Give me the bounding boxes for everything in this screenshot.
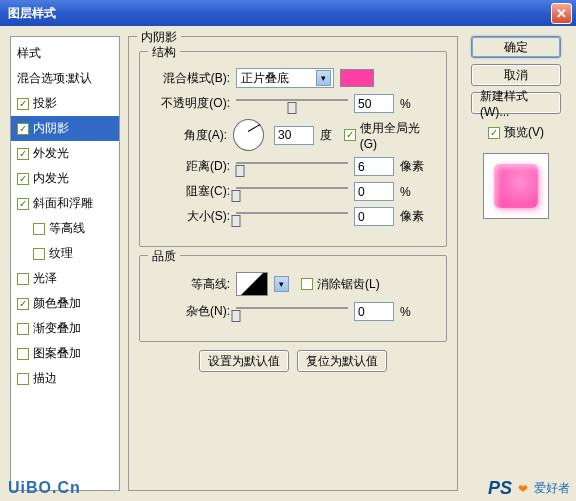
noise-unit: %	[400, 305, 434, 319]
style-label: 等高线	[49, 220, 85, 237]
style-label: 内发光	[33, 170, 69, 187]
style-label: 光泽	[33, 270, 57, 287]
preview-swatch	[494, 164, 538, 208]
choke-unit: %	[400, 185, 434, 199]
choke-slider[interactable]	[236, 184, 348, 200]
distance-slider[interactable]	[236, 159, 348, 175]
style-item-渐变叠加[interactable]: ✓渐变叠加	[11, 316, 119, 341]
new-style-button[interactable]: 新建样式(W)...	[471, 92, 561, 114]
style-checkbox[interactable]: ✓	[17, 173, 29, 185]
heart-icon: ❤	[518, 482, 528, 496]
style-item-颜色叠加[interactable]: ✓颜色叠加	[11, 291, 119, 316]
style-item-斜面和浮雕[interactable]: ✓斜面和浮雕	[11, 191, 119, 216]
style-checkbox[interactable]: ✓	[33, 248, 45, 260]
size-unit: 像素	[400, 208, 434, 225]
watermark-url: UiBO.Cn	[8, 479, 81, 497]
style-label: 内阴影	[33, 120, 69, 137]
distance-label: 距离(D):	[152, 158, 230, 175]
angle-unit: 度	[320, 127, 332, 144]
chevron-down-icon: ▾	[316, 70, 331, 86]
titlebar: 图层样式 ✕	[0, 0, 576, 26]
noise-slider[interactable]	[236, 304, 348, 320]
style-item-纹理[interactable]: ✓纹理	[11, 241, 119, 266]
size-label: 大小(S):	[152, 208, 230, 225]
size-input[interactable]	[354, 207, 394, 226]
style-checkbox[interactable]: ✓	[17, 273, 29, 285]
cancel-button[interactable]: 取消	[471, 64, 561, 86]
style-checkbox[interactable]: ✓	[17, 123, 29, 135]
style-label: 纹理	[49, 245, 73, 262]
style-item-投影[interactable]: ✓投影	[11, 91, 119, 116]
structure-group: 结构 混合模式(B): 正片叠底 ▾ 不透明度(O): % 角度(	[139, 51, 447, 247]
style-checkbox[interactable]: ✓	[17, 198, 29, 210]
style-item-光泽[interactable]: ✓光泽	[11, 266, 119, 291]
choke-label: 阻塞(C):	[152, 183, 230, 200]
antialias-label: 消除锯齿(L)	[317, 276, 380, 293]
style-checkbox[interactable]: ✓	[17, 348, 29, 360]
opacity-unit: %	[400, 97, 434, 111]
style-label: 描边	[33, 370, 57, 387]
style-checkbox[interactable]: ✓	[17, 98, 29, 110]
watermark: UiBO.Cn PS ❤ 爱好者	[488, 478, 570, 499]
angle-label: 角度(A):	[152, 127, 227, 144]
blend-mode-value: 正片叠底	[241, 70, 289, 87]
style-label: 斜面和浮雕	[33, 195, 93, 212]
chevron-down-icon[interactable]: ▾	[274, 276, 289, 292]
ok-button[interactable]: 确定	[471, 36, 561, 58]
style-item-内阴影[interactable]: ✓内阴影	[11, 116, 119, 141]
style-label: 颜色叠加	[33, 295, 81, 312]
blend-options[interactable]: 混合选项:默认	[11, 66, 119, 91]
contour-label: 等高线:	[152, 276, 230, 293]
preview-box	[483, 153, 549, 219]
distance-input[interactable]	[354, 157, 394, 176]
quality-legend: 品质	[148, 248, 180, 265]
style-label: 外发光	[33, 145, 69, 162]
style-item-描边[interactable]: ✓描边	[11, 366, 119, 391]
color-swatch[interactable]	[340, 69, 374, 87]
global-light-checkbox[interactable]: ✓	[344, 129, 356, 141]
set-default-button[interactable]: 设置为默认值	[199, 350, 289, 372]
style-label: 投影	[33, 95, 57, 112]
style-item-内发光[interactable]: ✓内发光	[11, 166, 119, 191]
styles-list: 样式 混合选项:默认 ✓投影✓内阴影✓外发光✓内发光✓斜面和浮雕✓等高线✓纹理✓…	[10, 36, 120, 491]
style-item-图案叠加[interactable]: ✓图案叠加	[11, 341, 119, 366]
watermark-brand: PS	[488, 478, 512, 499]
style-item-外发光[interactable]: ✓外发光	[11, 141, 119, 166]
reset-default-button[interactable]: 复位为默认值	[297, 350, 387, 372]
style-checkbox[interactable]: ✓	[33, 223, 45, 235]
opacity-slider[interactable]	[236, 96, 348, 112]
structure-legend: 结构	[148, 44, 180, 61]
style-checkbox[interactable]: ✓	[17, 148, 29, 160]
preview-checkbox[interactable]: ✓	[488, 127, 500, 139]
style-label: 渐变叠加	[33, 320, 81, 337]
right-panel: 确定 取消 新建样式(W)... ✓ 预览(V)	[466, 36, 566, 491]
antialias-checkbox[interactable]: ✓	[301, 278, 313, 290]
style-checkbox[interactable]: ✓	[17, 323, 29, 335]
global-light-label: 使用全局光(G)	[360, 120, 434, 151]
contour-picker[interactable]	[236, 272, 268, 296]
distance-unit: 像素	[400, 158, 434, 175]
noise-label: 杂色(N):	[152, 303, 230, 320]
dialog-content: 样式 混合选项:默认 ✓投影✓内阴影✓外发光✓内发光✓斜面和浮雕✓等高线✓纹理✓…	[0, 26, 576, 501]
style-label: 图案叠加	[33, 345, 81, 362]
angle-input[interactable]	[274, 126, 314, 145]
watermark-text: 爱好者	[534, 480, 570, 497]
opacity-label: 不透明度(O):	[152, 95, 230, 112]
angle-wheel[interactable]	[233, 119, 264, 151]
style-checkbox[interactable]: ✓	[17, 373, 29, 385]
preview-label: 预览(V)	[504, 124, 544, 141]
choke-input[interactable]	[354, 182, 394, 201]
window-title: 图层样式	[4, 5, 56, 22]
size-slider[interactable]	[236, 209, 348, 225]
close-button[interactable]: ✕	[551, 3, 572, 24]
style-checkbox[interactable]: ✓	[17, 298, 29, 310]
blend-mode-select[interactable]: 正片叠底 ▾	[236, 68, 334, 88]
blend-mode-label: 混合模式(B):	[152, 70, 230, 87]
settings-panel: 内阴影 结构 混合模式(B): 正片叠底 ▾ 不透明度(O): %	[128, 36, 458, 491]
styles-header[interactable]: 样式	[11, 41, 119, 66]
quality-group: 品质 等高线: ▾ ✓ 消除锯齿(L) 杂色(N): %	[139, 255, 447, 342]
opacity-input[interactable]	[354, 94, 394, 113]
noise-input[interactable]	[354, 302, 394, 321]
style-item-等高线[interactable]: ✓等高线	[11, 216, 119, 241]
